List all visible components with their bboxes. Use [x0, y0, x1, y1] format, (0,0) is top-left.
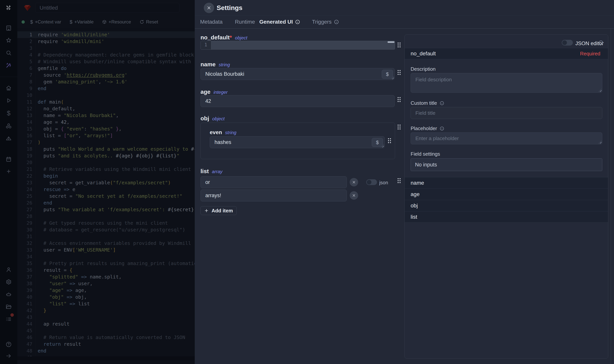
mini-editor-scrollbar[interactable] [388, 41, 394, 43]
json-editor-toggle[interactable] [562, 40, 573, 46]
tab-generated-ui[interactable]: Generated UI [259, 16, 300, 28]
info-icon [440, 101, 444, 105]
tab-metadata[interactable]: Metadata [200, 16, 222, 28]
close-icon[interactable] [204, 3, 214, 13]
property-row-age[interactable]: age [405, 189, 608, 200]
drag-handle-list[interactable] [397, 178, 401, 183]
property-row-name[interactable]: name [405, 177, 608, 189]
custom-title-input[interactable]: Field title [411, 107, 602, 119]
description-label: Description [411, 66, 436, 72]
settings-tabbar: Metadata Runtime Generated UI Triggers [195, 16, 614, 29]
property-editor-card: JSON editor no_default Required Descript… [405, 34, 608, 359]
windmill-app: $ + [0, 0, 614, 364]
field-settings-select[interactable]: No inputs [411, 158, 602, 171]
tab-runtime[interactable]: Runtime [235, 16, 255, 28]
name-input[interactable]: Nicolas Bourbaki $ [200, 68, 395, 80]
tab-triggers[interactable]: Triggers [312, 16, 339, 28]
field-label-no_default: no_default* object [200, 34, 247, 41]
drag-handle-even[interactable] [388, 138, 392, 143]
list-item-input-1[interactable]: arrays! [200, 190, 347, 201]
placeholder-textarea[interactable]: Enter a placeholder [411, 132, 602, 144]
mini-editor-line-number: 1 [201, 41, 211, 49]
required-asterisk: * [230, 34, 232, 40]
remove-item-icon[interactable] [350, 191, 358, 200]
info-icon [295, 19, 300, 25]
even-dollar-button[interactable]: $ [372, 138, 383, 147]
list-item-input-0[interactable]: or [200, 176, 347, 188]
custom-title-label: Custom title [411, 100, 444, 106]
drag-handle-name[interactable] [397, 70, 401, 75]
remove-item-icon[interactable] [350, 178, 358, 186]
selected-property-row[interactable]: no_default Required [405, 48, 608, 59]
field-label-name: name string [200, 61, 230, 68]
drag-handle-age[interactable] [397, 97, 401, 103]
required-badge: Required [580, 51, 600, 57]
drag-handle-obj[interactable] [397, 124, 401, 130]
plus-icon [204, 208, 209, 213]
drawer-header: Settings [195, 0, 614, 16]
info-icon [440, 126, 444, 131]
even-input[interactable]: hashes $ [210, 136, 385, 148]
field-label-age: age integer [200, 89, 228, 95]
json-toggle-label: json [379, 180, 388, 185]
field-label-even: even string [210, 129, 236, 135]
obj-nested-box: even string hashes $ [200, 123, 395, 159]
drag-handle-no_default[interactable] [397, 42, 401, 48]
no-default-json-input[interactable]: 1 [200, 41, 395, 50]
resize-grip[interactable] [599, 89, 601, 92]
field-settings-label: Field settings [411, 151, 440, 157]
age-input[interactable]: 42 [200, 95, 395, 107]
resize-grip[interactable] [599, 141, 601, 143]
property-row-list[interactable]: list [405, 211, 608, 222]
add-item-button[interactable]: Add item [200, 206, 237, 215]
field-label-obj: obj object [200, 115, 224, 122]
field-label-list: list array [200, 168, 222, 174]
modal-backdrop[interactable] [0, 0, 195, 364]
json-toggle[interactable] [366, 179, 377, 185]
info-icon [599, 40, 603, 45]
description-textarea[interactable]: Field description [411, 73, 602, 93]
placeholder-label: Placeholder [411, 126, 444, 131]
drawer-title: Settings [217, 0, 242, 15]
property-row-obj[interactable]: obj [405, 200, 608, 211]
name-dollar-button[interactable]: $ [382, 70, 393, 78]
info-icon [334, 19, 339, 25]
